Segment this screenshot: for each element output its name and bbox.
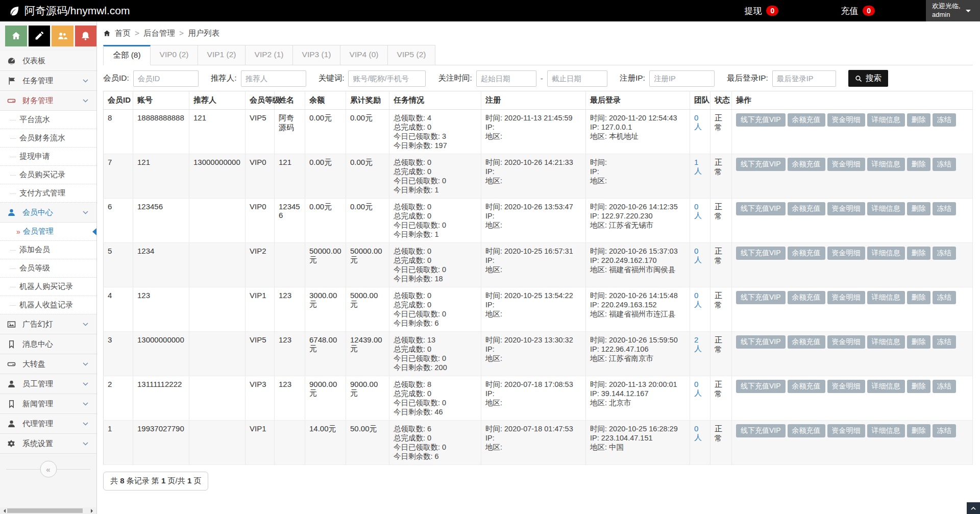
action-button-冻结[interactable]: 冻结	[933, 113, 956, 127]
admin-user-dropdown[interactable]: 欢迎光临, admin	[926, 0, 980, 21]
tab-VIP2[interactable]: VIP2 (1)	[246, 45, 293, 65]
filter-input-账号/昵称/手机号[interactable]	[348, 70, 426, 87]
action-button-资金明细[interactable]: 资金明细	[827, 247, 865, 260]
action-button-删除[interactable]: 删除	[907, 380, 930, 393]
action-button-线下充值VIP[interactable]: 线下充值VIP	[736, 380, 786, 393]
team-link[interactable]: 0人	[694, 424, 702, 442]
team-link[interactable]: 0人	[694, 247, 702, 264]
action-button-余额充值[interactable]: 余额充值	[788, 291, 825, 304]
sidebar-item-财务管理[interactable]: 财务管理	[0, 91, 96, 111]
recharge-menu[interactable]: 充值 0	[841, 5, 875, 17]
sidebar-subitem-机器人收益记录[interactable]: 机器人收益记录	[0, 296, 96, 314]
action-button-详细信息[interactable]: 详细信息	[867, 113, 905, 127]
sidebar-subitem-会员等级[interactable]: 会员等级	[0, 259, 96, 278]
action-button-冻结[interactable]: 冻结	[933, 380, 956, 393]
action-button-余额充值[interactable]: 余额充值	[788, 380, 825, 393]
sidebar-item-员工管理[interactable]: 员工管理	[0, 374, 96, 394]
sidebar-subitem-支付方式管理[interactable]: 支付方式管理	[0, 184, 96, 203]
scrollbar-thumb[interactable]	[7, 508, 83, 513]
sidebar-item-会员中心[interactable]: 会员中心	[0, 203, 96, 223]
action-button-余额充值[interactable]: 余额充值	[788, 247, 825, 260]
sidebar-item-大转盘[interactable]: 大转盘	[0, 354, 96, 374]
sidebar-subitem-提现申请[interactable]: 提现申请	[0, 148, 96, 166]
filter-input-截止日期[interactable]	[547, 70, 607, 87]
action-button-冻结[interactable]: 冻结	[933, 158, 956, 171]
action-button-余额充值[interactable]: 余额充值	[788, 424, 825, 437]
action-button-详细信息[interactable]: 详细信息	[867, 202, 905, 215]
action-button-删除[interactable]: 删除	[907, 291, 930, 304]
action-button-删除[interactable]: 删除	[907, 424, 930, 437]
quick-home-button[interactable]	[5, 26, 27, 46]
action-button-详细信息[interactable]: 详细信息	[867, 380, 905, 393]
action-button-线下充值VIP[interactable]: 线下充值VIP	[736, 424, 786, 437]
action-button-删除[interactable]: 删除	[907, 202, 930, 215]
action-button-冻结[interactable]: 冻结	[933, 291, 956, 304]
team-link[interactable]: 0人	[694, 202, 702, 219]
action-button-线下充值VIP[interactable]: 线下充值VIP	[736, 158, 786, 171]
action-button-冻结[interactable]: 冻结	[933, 424, 956, 437]
sidebar-item-消息中心[interactable]: 消息中心	[0, 334, 96, 354]
action-button-详细信息[interactable]: 详细信息	[867, 291, 905, 304]
sidebar-subitem-机器人购买记录[interactable]: 机器人购买记录	[0, 278, 96, 296]
team-link[interactable]: 2人	[694, 335, 702, 353]
team-link[interactable]: 0人	[694, 113, 702, 131]
sidebar-collapse-button[interactable]: «	[40, 461, 57, 478]
action-button-资金明细[interactable]: 资金明细	[827, 158, 865, 171]
action-button-线下充值VIP[interactable]: 线下充值VIP	[736, 113, 786, 127]
action-button-详细信息[interactable]: 详细信息	[867, 335, 905, 349]
scroll-left-arrow-icon[interactable]	[2, 509, 6, 513]
quick-pencil-button[interactable]	[29, 26, 51, 46]
filter-input-会员ID[interactable]	[133, 70, 199, 87]
quick-bell-button[interactable]	[75, 26, 97, 46]
tab-VIP5[interactable]: VIP5 (2)	[388, 45, 435, 65]
action-button-删除[interactable]: 删除	[907, 113, 930, 127]
action-button-冻结[interactable]: 冻结	[933, 335, 956, 349]
action-button-资金明细[interactable]: 资金明细	[827, 424, 865, 437]
sidebar-subitem-会员购买记录[interactable]: 会员购买记录	[0, 166, 96, 184]
action-button-余额充值[interactable]: 余额充值	[788, 158, 825, 171]
action-button-冻结[interactable]: 冻结	[933, 202, 956, 215]
sidebar-item-广告幻灯[interactable]: 广告幻灯	[0, 314, 96, 334]
filter-input-起始日期[interactable]	[476, 70, 536, 87]
filter-input-最后登录IP[interactable]	[772, 70, 836, 87]
action-button-资金明细[interactable]: 资金明细	[827, 335, 865, 349]
action-button-冻结[interactable]: 冻结	[933, 247, 956, 260]
action-button-资金明细[interactable]: 资金明细	[827, 202, 865, 215]
search-button[interactable]: 搜索	[848, 70, 888, 87]
quick-users-button[interactable]	[52, 26, 74, 46]
sidebar-item-代理管理[interactable]: 代理管理	[0, 414, 96, 434]
action-button-资金明细[interactable]: 资金明细	[827, 291, 865, 304]
action-button-详细信息[interactable]: 详细信息	[867, 424, 905, 437]
action-button-详细信息[interactable]: 详细信息	[867, 158, 905, 171]
scroll-right-arrow-icon[interactable]	[91, 509, 95, 513]
sidebar-item-任务管理[interactable]: 任务管理	[0, 71, 96, 91]
sidebar-item-新闻管理[interactable]: 新闻管理	[0, 394, 96, 414]
sidebar-subitem-添加会员[interactable]: 添加会员	[0, 241, 96, 259]
withdraw-menu[interactable]: 提现 0	[744, 5, 778, 17]
filter-input-推荐人[interactable]	[241, 70, 306, 87]
tab-VIP1[interactable]: VIP1 (2)	[198, 45, 246, 65]
action-button-线下充值VIP[interactable]: 线下充值VIP	[736, 335, 786, 349]
action-button-资金明细[interactable]: 资金明细	[827, 380, 865, 393]
breadcrumb-item[interactable]: 后台管理	[143, 28, 175, 39]
action-button-删除[interactable]: 删除	[907, 247, 930, 260]
sidebar-item-仪表板[interactable]: 仪表板	[0, 51, 96, 71]
sidebar-subitem-平台流水[interactable]: 平台流水	[0, 111, 96, 129]
team-link[interactable]: 1人	[694, 158, 702, 175]
breadcrumb-item[interactable]: 首页	[115, 28, 131, 39]
team-link[interactable]: 0人	[694, 291, 702, 308]
sidebar-horizontal-scrollbar[interactable]	[0, 507, 96, 514]
tab-VIP3[interactable]: VIP3 (1)	[293, 45, 340, 65]
back-to-top-button[interactable]	[967, 502, 980, 514]
action-button-线下充值VIP[interactable]: 线下充值VIP	[736, 202, 786, 215]
action-button-删除[interactable]: 删除	[907, 158, 930, 171]
sidebar-item-系统设置[interactable]: 系统设置	[0, 434, 96, 454]
sidebar-subitem-会员管理[interactable]: »会员管理	[0, 223, 96, 241]
tab-全部[interactable]: 全部 (8)	[103, 45, 151, 65]
action-button-删除[interactable]: 删除	[907, 335, 930, 349]
action-button-详细信息[interactable]: 详细信息	[867, 247, 905, 260]
action-button-线下充值VIP[interactable]: 线下充值VIP	[736, 291, 786, 304]
sidebar-subitem-会员财务流水[interactable]: 会员财务流水	[0, 129, 96, 148]
team-link[interactable]: 0人	[694, 380, 702, 397]
action-button-余额充值[interactable]: 余额充值	[788, 113, 825, 127]
